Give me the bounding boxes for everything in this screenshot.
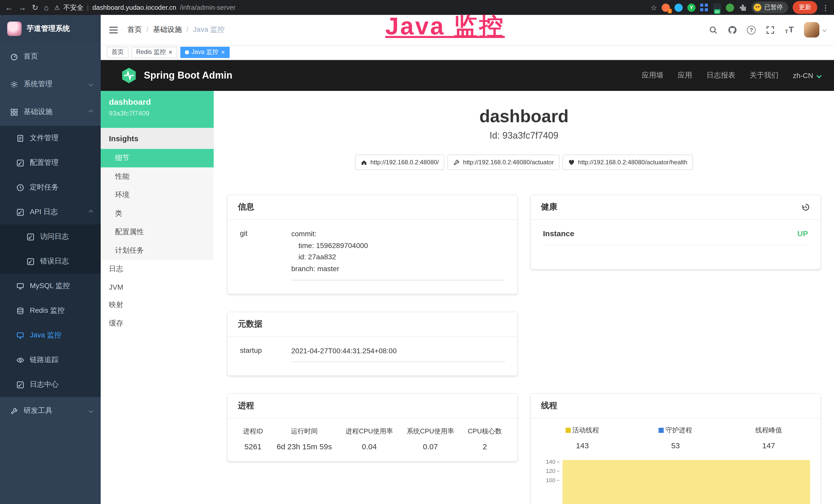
breadcrumb-item[interactable]: 基础设施 <box>153 25 182 35</box>
info-line: id: 27aa832 <box>291 251 505 263</box>
sidebar-item-config[interactable]: 配置管理 <box>0 151 101 175</box>
breadcrumb-item[interactable]: 首页 <box>127 25 142 35</box>
y-axis-tick: 120 <box>541 468 559 474</box>
instance-links: http://192.168.0.2:48080/ http://192.168… <box>227 155 821 170</box>
extension-orange-icon[interactable]: 1 <box>662 3 670 12</box>
tag-redis[interactable]: Redis 监控 × <box>132 46 177 58</box>
instance-header[interactable]: dashboard 93a3fc7f7409 <box>101 91 214 128</box>
sba-nav-config-props[interactable]: 配置属性 <box>101 223 214 241</box>
doc-icon <box>27 257 35 265</box>
extensions-puzzle-icon[interactable] <box>739 3 747 12</box>
avatar <box>804 22 819 38</box>
bookmark-star-icon[interactable]: ☆ <box>651 4 657 11</box>
health-status-badge: UP <box>797 229 808 238</box>
search-icon[interactable] <box>709 25 718 34</box>
back-icon[interactable]: ← <box>5 4 13 11</box>
forward-icon[interactable]: → <box>19 4 26 11</box>
sidebar-item-system[interactable]: 系统管理 <box>0 70 101 98</box>
metadata-value: 2021-04-27T00:44:31.254+08:00 <box>291 345 505 362</box>
extension-green-leaf-icon[interactable] <box>726 3 734 12</box>
app-title: 芋道管理系统 <box>27 24 70 33</box>
process-uptime: 运行时间 6d 23h 15m 59s <box>277 427 332 451</box>
text-size-icon[interactable]: TT <box>785 25 794 35</box>
sba-nav-details[interactable]: 细节 <box>101 149 214 167</box>
instance-title: dashboard <box>227 106 821 126</box>
tag-close-icon[interactable]: × <box>169 49 172 55</box>
extension-blue-drop-icon[interactable] <box>675 3 683 12</box>
card-body: Instance UP <box>531 220 820 269</box>
info-card: 信息 git commit: time: 1596289704000 id: 2… <box>227 194 518 294</box>
legend-value: 53 <box>629 441 722 450</box>
sidebar-item-job[interactable]: 定时任务 <box>0 175 101 200</box>
sba-nav-jvm[interactable]: JVM <box>101 278 214 296</box>
sidebar-item-home[interactable]: 首页 <box>0 43 101 70</box>
user-menu[interactable] <box>804 22 826 38</box>
fullscreen-icon[interactable] <box>766 25 775 34</box>
sidebar-item-label: 系统管理 <box>24 79 52 89</box>
database-icon <box>17 307 24 315</box>
security-warning-icon[interactable]: ⚠ <box>54 4 60 11</box>
hamburger-icon[interactable] <box>109 26 118 33</box>
health-row[interactable]: Instance UP <box>543 229 808 246</box>
sidebar-item-java[interactable]: Java 监控 <box>0 323 101 348</box>
health-url-link[interactable]: http://192.168.0.2:48080/actuator/health <box>563 155 693 170</box>
sidebar-item-log-center[interactable]: 日志中心 <box>0 372 101 397</box>
sidebar-item-label: 访问日志 <box>40 232 69 241</box>
app-frame: 芋道管理系统 首页 系统管理 基础设施 文件管理 <box>0 15 834 504</box>
sidebar-item-error-log[interactable]: 错误日志 <box>0 249 101 274</box>
sidebar-item-label: 配置管理 <box>30 158 59 167</box>
tag-label: 首页 <box>111 48 124 56</box>
sba-nav-journal[interactable]: 日志报表 <box>707 71 736 80</box>
extension-grid-icon[interactable] <box>700 3 708 12</box>
sba-sidebar: dashboard 93a3fc7f7409 Insights 细节 性能 环境… <box>101 91 214 504</box>
help-icon[interactable]: ? <box>747 25 756 34</box>
sba-nav-caches[interactable]: 缓存 <box>101 314 214 333</box>
sba-nav-logs[interactable]: 日志 <box>101 260 214 278</box>
sba-nav-applications[interactable]: 应用 <box>678 71 692 80</box>
locale-selector[interactable]: zh-CN <box>793 71 821 79</box>
sidebar-item-trace[interactable]: 链路追踪 <box>0 348 101 372</box>
tag-close-icon[interactable]: × <box>221 49 225 55</box>
sba-nav-scheduled-tasks[interactable]: 计划任务 <box>101 241 214 260</box>
sba-nav-mappings[interactable]: 映射 <box>101 296 214 314</box>
reload-icon[interactable]: ↻ <box>32 4 38 11</box>
card-header: 元数据 <box>227 312 517 337</box>
paused-label: 已暂停 <box>764 3 783 12</box>
sidebar-item-api-log[interactable]: API 日志 <box>0 200 101 224</box>
legend-daemon-threads: 守护进程 53 <box>629 426 722 450</box>
sba-nav-performance[interactable]: 性能 <box>101 167 214 186</box>
card-title: 元数据 <box>238 319 263 329</box>
address-bar[interactable]: ⚠ 不安全 | dashboard.yudao.iocoder.cn/infra… <box>54 3 645 12</box>
sidebar-item-label: 基础设施 <box>24 107 52 117</box>
sba-nav-wallboard[interactable]: 应用墙 <box>642 71 663 80</box>
sidebar-item-file[interactable]: 文件管理 <box>0 126 101 151</box>
service-url-link[interactable]: http://192.168.0.2:48080/ <box>355 155 445 170</box>
sba-nav-classes[interactable]: 类 <box>101 204 214 223</box>
sidebar-item-redis[interactable]: Redis 监控 <box>0 298 101 323</box>
extension-green-y-icon[interactable]: Y <box>687 3 696 12</box>
sidebar-item-infra[interactable]: 基础设施 <box>0 98 101 126</box>
github-icon[interactable] <box>728 25 737 34</box>
sidebar-item-dev-tools[interactable]: 研发工具 <box>0 397 101 425</box>
infra-submenu: 文件管理 配置管理 定时任务 API 日志 <box>0 126 101 397</box>
insights-label: Insights <box>101 128 214 149</box>
sba-nav-about[interactable]: 关于我们 <box>750 71 778 80</box>
profile-paused-badge[interactable]: 已暂停 <box>751 2 788 13</box>
update-button[interactable]: 更新 <box>793 1 817 14</box>
app-logo-row[interactable]: 芋道管理系统 <box>0 15 101 43</box>
history-icon[interactable] <box>802 203 810 211</box>
legend-live-threads: 活动线程 143 <box>536 426 629 450</box>
legend-value: 147 <box>722 441 815 450</box>
actuator-url-link[interactable]: http://192.168.0.2:48080/actuator <box>448 155 560 170</box>
card-body: 进程ID 5261 运行时间 6d 23h 15m 59s 进程CPU使用率 <box>227 419 517 461</box>
tag-home[interactable]: 首页 <box>107 46 128 58</box>
health-card: 健康 Instance UP <box>530 194 821 270</box>
sidebar-item-access-log[interactable]: 访问日志 <box>0 224 101 249</box>
sidebar-item-mysql[interactable]: MySQL 监控 <box>0 274 101 298</box>
tag-java[interactable]: Java 监控 × <box>180 46 229 58</box>
sba-nav-environment[interactable]: 环境 <box>101 186 214 204</box>
browser-home-icon[interactable]: ⌂ <box>44 4 48 11</box>
extension-dark-on-icon[interactable]: on <box>713 3 721 12</box>
cards-grid: 信息 git commit: time: 1596289704000 id: 2… <box>227 194 821 504</box>
browser-menu-icon[interactable]: ⋮ <box>822 4 829 11</box>
